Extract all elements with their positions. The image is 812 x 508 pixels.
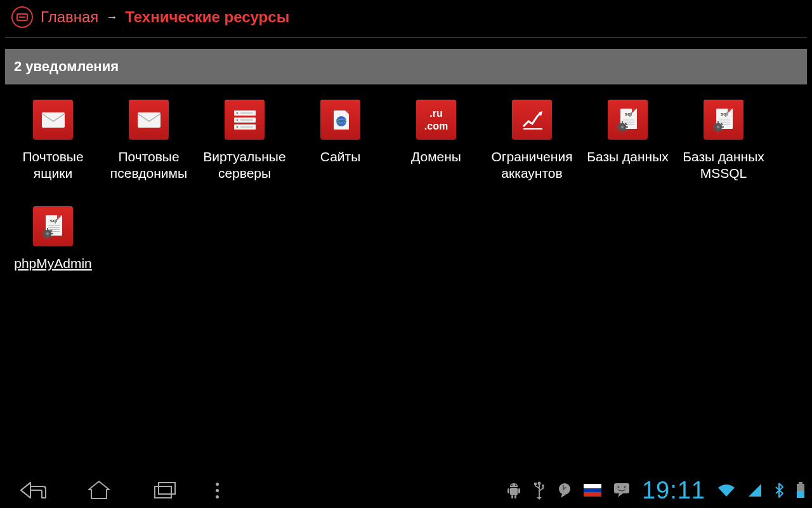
svg-point-6 — [236, 119, 238, 121]
android-debug-icon — [506, 481, 521, 499]
svg-rect-7 — [240, 119, 253, 121]
svg-rect-1 — [138, 112, 160, 128]
svg-point-3 — [236, 112, 238, 114]
svg-point-26 — [716, 125, 719, 128]
tiles-grid: Почтовые ящики Почтовые псевдонимы Вирту… — [0, 84, 812, 297]
tile-label: Почтовые псевдонимы — [101, 149, 197, 181]
tile-label: Базы данных MSSQL — [676, 149, 771, 181]
tile-label: Виртуальные серверы — [197, 149, 292, 181]
sql-icon: sql — [608, 100, 648, 140]
svg-point-61 — [624, 486, 625, 488]
usb-icon — [533, 481, 546, 500]
tile-label: Базы данных — [586, 149, 670, 165]
breadcrumb: Главная → Технические ресурсы — [0, 0, 812, 37]
notification-icon — [557, 481, 572, 499]
battery-icon — [796, 482, 806, 498]
servers-icon — [225, 100, 265, 140]
svg-rect-59 — [614, 483, 629, 493]
svg-rect-64 — [797, 491, 804, 498]
sql-icon: sql — [33, 206, 73, 246]
notification-text: 2 уведомления — [14, 58, 119, 75]
svg-point-36 — [46, 232, 49, 235]
svg-rect-53 — [514, 495, 516, 498]
sms-icon — [613, 482, 631, 498]
svg-point-12 — [336, 116, 346, 126]
svg-rect-45 — [155, 486, 171, 498]
sql-icon: sql — [704, 100, 743, 140]
svg-rect-28 — [717, 130, 719, 133]
breadcrumb-arrow-icon: → — [106, 11, 117, 24]
mail-icon — [33, 100, 73, 140]
tile-domains[interactable]: .ru .com Домены — [388, 100, 484, 181]
svg-rect-38 — [47, 237, 48, 239]
svg-rect-27 — [717, 121, 719, 124]
recent-apps-button[interactable] — [151, 479, 179, 502]
tile-label: phpMyAdmin — [13, 255, 93, 272]
svg-rect-18 — [622, 130, 623, 133]
svg-rect-29 — [712, 126, 715, 128]
locale-flag-ru-icon — [584, 484, 601, 497]
svg-rect-51 — [518, 488, 520, 493]
svg-rect-62 — [799, 482, 802, 484]
home-button[interactable] — [85, 479, 113, 502]
svg-rect-0 — [42, 112, 65, 128]
status-clock: 19:11 — [642, 477, 705, 504]
svg-rect-49 — [510, 488, 518, 495]
svg-rect-19 — [617, 126, 619, 128]
back-button[interactable] — [19, 479, 47, 502]
svg-rect-56 — [534, 483, 537, 485]
tile-mail-aliases[interactable]: Почтовые псевдонимы — [101, 100, 197, 181]
chart-icon — [512, 100, 552, 140]
svg-rect-20 — [625, 126, 628, 128]
tile-mailboxes[interactable]: Почтовые ящики — [5, 100, 101, 181]
svg-point-9 — [236, 126, 238, 128]
tile-databases[interactable]: sql Базы данных — [580, 100, 676, 181]
tile-label: Почтовые ящики — [5, 149, 101, 181]
wifi-icon — [717, 483, 736, 498]
tile-account-limits[interactable]: Ограничения аккаунтов — [484, 100, 580, 181]
tile-label: Ограничения аккаунтов — [484, 149, 580, 181]
svg-rect-17 — [622, 121, 623, 124]
mail-icon — [129, 100, 169, 140]
app-logo-icon[interactable] — [11, 6, 33, 28]
tile-phpmyadmin[interactable]: sql phpMyAdmin — [5, 206, 101, 272]
tile-databases-mssql[interactable]: sql Базы данных MSSQL — [676, 100, 771, 181]
tile-virtual-servers[interactable]: Виртуальные серверы — [197, 100, 292, 181]
breadcrumb-home[interactable]: Главная — [41, 8, 98, 26]
svg-rect-52 — [511, 495, 513, 498]
svg-rect-40 — [51, 233, 53, 234]
svg-rect-10 — [240, 126, 253, 128]
cell-signal-icon — [747, 483, 763, 498]
svg-point-57 — [542, 485, 544, 487]
svg-point-48 — [515, 485, 516, 486]
svg-rect-46 — [159, 483, 175, 494]
notification-bar[interactable]: 2 уведомления — [5, 49, 807, 84]
domains-icon: .ru .com — [416, 100, 456, 140]
tile-label: Домены — [410, 149, 462, 165]
tile-sites[interactable]: Сайты — [292, 100, 388, 181]
svg-point-16 — [620, 125, 624, 128]
overflow-menu-button[interactable] — [211, 478, 224, 504]
bluetooth-icon — [774, 482, 784, 498]
header-divider — [5, 37, 807, 37]
system-bar: 19:11 — [0, 472, 812, 508]
globe-icon — [320, 100, 360, 140]
svg-rect-4 — [240, 112, 253, 114]
svg-rect-50 — [508, 488, 509, 493]
svg-point-47 — [511, 485, 513, 486]
svg-rect-39 — [42, 233, 44, 234]
breadcrumb-current: Технические ресурсы — [125, 8, 289, 26]
tile-label: Сайты — [319, 149, 362, 165]
svg-rect-30 — [721, 126, 724, 128]
svg-rect-37 — [47, 228, 48, 231]
svg-point-60 — [617, 486, 619, 488]
